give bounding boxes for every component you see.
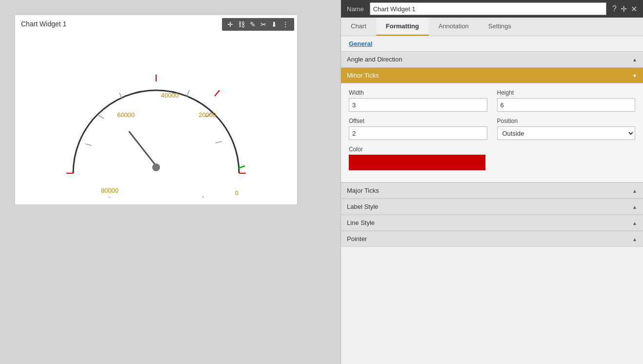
toolbar-move-btn[interactable]: ✛ <box>226 20 235 29</box>
toolbar-cut-btn[interactable]: ✂ <box>259 20 268 29</box>
chevron-label <box>632 203 637 210</box>
accordion-title-minor: Minor Ticks <box>347 72 379 79</box>
gauge-svg: 40000 20000 60000 0 80000 100000 <box>34 41 278 198</box>
tab-annotation[interactable]: Annotation <box>429 18 479 36</box>
svg-text:80000: 80000 <box>101 187 119 194</box>
svg-point-24 <box>152 163 160 171</box>
tab-settings[interactable]: Settings <box>479 18 521 36</box>
color-label: Color <box>349 146 635 153</box>
form-group-color: Color ff0000 <box>349 146 635 170</box>
svg-line-7 <box>98 115 104 119</box>
header-icons: ? ✛ ✕ <box>612 4 637 14</box>
chevron-pointer <box>632 236 637 243</box>
close-icon[interactable]: ✕ <box>631 4 637 14</box>
accordion-title-pointer: Pointer <box>347 235 367 243</box>
accordion-title-line: Line Style <box>347 219 375 226</box>
general-label: General <box>349 40 372 47</box>
gauge-area: 40000 20000 60000 0 80000 100000 <box>15 35 297 204</box>
toolbar-edit-btn[interactable]: ✎ <box>248 20 257 29</box>
accordion-body-minor: Width Height Offset Position <box>341 83 643 182</box>
form-group-width: Width <box>349 89 487 112</box>
svg-line-8 <box>85 144 92 145</box>
form-group-position: Position Outside Inside Center <box>497 118 636 140</box>
toolbar-more-btn[interactable]: ⋮ <box>281 20 290 29</box>
chevron-line <box>632 220 637 226</box>
accordion-label-style: Label Style <box>341 199 643 215</box>
accordion-header-angle[interactable]: Angle and Direction <box>341 52 643 67</box>
canvas-area: Chart Widget 1 ✛ ⛓ ✎ ✂ ⬇ ⋮ <box>0 0 341 364</box>
accordion-angle-direction: Angle and Direction <box>341 51 643 67</box>
toolbar-download-btn[interactable]: ⬇ <box>270 20 279 29</box>
form-group-height: Height <box>497 89 636 112</box>
svg-line-15 <box>202 196 206 198</box>
chart-widget-container: Chart Widget 1 ✛ ⛓ ✎ ✂ ⬇ ⋮ <box>15 15 298 205</box>
accordion-title-angle: Angle and Direction <box>347 56 402 63</box>
accordion-major-ticks: Major Ticks <box>341 182 643 199</box>
right-panel: Name ? ✛ ✕ Chart Formatting Annotation S… <box>341 0 643 364</box>
name-input[interactable] <box>370 2 606 15</box>
panel-tabs: Chart Formatting Annotation Settings <box>341 18 643 36</box>
svg-text:20000: 20000 <box>199 111 216 119</box>
offset-label: Offset <box>349 118 487 124</box>
height-label: Height <box>497 89 636 96</box>
accordion-title-label: Label Style <box>347 203 378 210</box>
position-label: Position <box>497 118 636 124</box>
accordion-minor-ticks: Minor Ticks Width Height <box>341 67 643 182</box>
svg-text:40000: 40000 <box>161 92 179 99</box>
offset-input[interactable] <box>349 126 487 140</box>
svg-line-23 <box>129 132 156 166</box>
chevron-angle <box>632 56 637 63</box>
accordion-header-pointer[interactable]: Pointer <box>341 231 643 247</box>
svg-text:0: 0 <box>235 189 238 197</box>
accordion-header-label[interactable]: Label Style <box>341 199 643 215</box>
accordion-header-line[interactable]: Line Style <box>341 215 643 231</box>
svg-line-9 <box>187 90 189 97</box>
help-icon[interactable]: ? <box>612 4 617 14</box>
accordion-title-major: Major Ticks <box>347 187 379 194</box>
position-select[interactable]: Outside Inside Center <box>497 126 636 140</box>
tab-chart[interactable]: Chart <box>341 18 376 36</box>
chevron-major <box>632 187 637 194</box>
general-section: General <box>341 36 643 51</box>
form-row-offset-position: Offset Position Outside Inside Center <box>349 118 635 140</box>
accordion-header-major[interactable]: Major Ticks <box>341 183 643 199</box>
form-row-color: Color ff0000 <box>349 146 635 170</box>
width-label: Width <box>349 89 487 96</box>
panel-content: General Angle and Direction Minor Ticks … <box>341 36 643 364</box>
panel-header: Name ? ✛ ✕ <box>341 0 643 18</box>
widget-toolbar: ✛ ⛓ ✎ ✂ ⬇ ⋮ <box>222 18 294 31</box>
color-swatch[interactable]: ff0000 <box>349 155 485 170</box>
width-input[interactable] <box>349 98 487 112</box>
height-input[interactable] <box>497 98 636 112</box>
color-hex-text: ff0000 <box>353 160 367 165</box>
svg-line-1 <box>215 90 220 96</box>
accordion-line-style: Line Style <box>341 215 643 231</box>
chevron-minor <box>632 72 637 79</box>
tab-formatting[interactable]: Formatting <box>376 18 429 36</box>
svg-line-12 <box>106 197 110 198</box>
accordion-pointer: Pointer <box>341 231 643 247</box>
accordion-header-minor[interactable]: Minor Ticks <box>341 68 643 83</box>
form-group-offset: Offset <box>349 118 487 140</box>
move-icon[interactable]: ✛ <box>621 4 627 14</box>
toolbar-link-btn[interactable]: ⛓ <box>237 20 246 29</box>
form-row-width-height: Width Height <box>349 89 635 112</box>
svg-text:60000: 60000 <box>117 111 135 119</box>
svg-line-11 <box>216 142 222 143</box>
name-label: Name <box>347 5 364 13</box>
widget-title: Chart Widget 1 <box>21 20 66 28</box>
